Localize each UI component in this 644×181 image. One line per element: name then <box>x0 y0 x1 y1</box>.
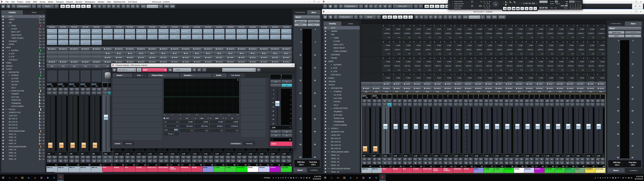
eq-value-box[interactable]: 0.0dB <box>556 76 564 80</box>
show-markers-button[interactable]: SHOW <box>569 1 574 2</box>
visibility-dot[interactable] <box>325 164 326 166</box>
eq-value-box[interactable]: 0.2 <box>403 52 412 56</box>
taskbar-icon-firefox[interactable]: ● <box>32 174 38 181</box>
channel-name-tag[interactable]: SNARE <box>113 166 124 172</box>
fader-handle[interactable] <box>536 124 540 129</box>
monitor-button[interactable]: ◀ <box>170 159 174 162</box>
led-icon[interactable] <box>455 84 456 85</box>
read-button[interactable]: R <box>545 158 550 161</box>
go-to-end-button[interactable]: ▶| <box>388 15 392 19</box>
visibility-row-rack-left[interactable]: RACK LEFT <box>324 43 360 46</box>
edit-button[interactable]: E <box>74 91 79 95</box>
led-icon[interactable] <box>105 61 106 62</box>
eq-value-box[interactable]: 0.0dB <box>596 44 605 47</box>
eq-value-box[interactable]: 0.0dB <box>525 76 534 80</box>
read-button[interactable]: R <box>69 156 74 159</box>
channel-name-tag[interactable]: 2nd VLNS <box>554 168 565 173</box>
star-icon[interactable]: * <box>418 4 423 8</box>
eq-value-box[interactable]: 0.0dB <box>566 76 575 80</box>
visibility-dot[interactable] <box>325 134 326 136</box>
led-icon[interactable] <box>284 53 286 54</box>
marker-button-12[interactable]: 12 <box>572 7 574 9</box>
listen-button[interactable]: L <box>58 91 63 95</box>
solo-button[interactable]: S <box>97 88 102 91</box>
eq-value-box[interactable]: 0.0dB <box>382 76 391 80</box>
eq-value-box[interactable]: 0.0dB <box>535 44 544 47</box>
tray-icon-10[interactable]: ⌂ <box>298 177 299 179</box>
eq-value-box[interactable]: 12000Hz <box>464 32 472 35</box>
visibility-dot[interactable] <box>2 146 4 148</box>
channel-number-cell[interactable]: ◯28 <box>494 165 504 168</box>
visibility-dot[interactable] <box>325 81 326 82</box>
tray-icon-11[interactable]: ▥ <box>300 177 302 179</box>
visibility-row-tenor-sax[interactable]: TENOR SAX <box>324 117 360 120</box>
led-icon[interactable] <box>127 57 128 58</box>
read-button[interactable]: R <box>484 158 488 161</box>
eq-value-box[interactable]: 800.0Hz <box>413 64 422 68</box>
channel-number-cell[interactable]: ◯22 <box>158 163 169 166</box>
write-button[interactable]: W <box>540 158 544 161</box>
input-routing-button[interactable]: Left - S..In <box>203 29 213 34</box>
pan-control[interactable]: C <box>433 95 442 99</box>
dialog-dropdown-button[interactable]: ▼ <box>256 68 261 72</box>
led-icon[interactable] <box>588 84 589 85</box>
led-icon[interactable] <box>150 57 151 58</box>
fader-rail[interactable] <box>393 107 399 154</box>
dialog-monitor-button[interactable]: ◄ <box>270 134 281 137</box>
channel-number-cell[interactable]: ◯◯30 <box>514 165 524 168</box>
channel-name-tag[interactable]: FLOOR <box>136 166 147 172</box>
fader-rail[interactable] <box>454 107 460 154</box>
eq-value-box[interactable]: 7.0 <box>403 36 412 39</box>
led-icon[interactable] <box>138 48 139 50</box>
output-routing-button[interactable]: RayDA.. 1 <box>47 34 57 40</box>
led-icon[interactable] <box>173 53 174 54</box>
read-button[interactable]: R <box>192 156 197 159</box>
fader-handle[interactable] <box>414 124 418 129</box>
eq-value-box[interactable]: 0.2 <box>423 68 432 72</box>
read-button[interactable]: R <box>92 156 96 159</box>
dialog-tab-inserts[interactable]: Inserts◇ <box>112 73 133 77</box>
channel-strip-organ[interactable]: CMSLE-4.00-ooRW◀● <box>524 94 534 165</box>
chain-icon[interactable]: ∞ <box>481 15 485 19</box>
eq-value-box[interactable]: 0.0dB <box>484 60 493 63</box>
solo-button[interactable]: S <box>428 99 432 102</box>
record-enable-button[interactable]: ● <box>242 159 247 162</box>
menu-window[interactable]: Window <box>96 1 106 3</box>
channel-strip-midi-14[interactable]: OffMSLEOff0RW◀● <box>69 70 80 163</box>
go-to-start-button[interactable]: |◀ <box>503 7 507 10</box>
visibility-dot[interactable] <box>325 114 326 116</box>
channel-number-cell[interactable]: ◯◯34 <box>554 165 565 168</box>
dialog-input-routing[interactable]: Left - Ster...In◄ <box>117 68 136 72</box>
visibility-dot[interactable] <box>325 91 326 92</box>
state-button-m[interactable]: M <box>92 4 97 8</box>
state-button-w[interactable]: W <box>433 15 438 19</box>
play-button[interactable]: ▶ <box>81 4 86 8</box>
channel-strip-midi-16[interactable]: OffMSLEOff0RW◀● <box>91 70 102 163</box>
eq-value-box[interactable]: 7.0 <box>515 36 524 39</box>
visibility-row-perc-04[interactable]: PERC. 04▶▶51 <box>1 142 45 145</box>
record-enable-button[interactable]: ● <box>119 159 124 162</box>
eq-value-box[interactable]: 0.0dB <box>474 60 483 63</box>
minimize-button[interactable]: – <box>309 1 310 3</box>
menu-help[interactable]: Help <box>106 1 112 3</box>
visibility-dot[interactable] <box>2 53 4 54</box>
eq-freq-value[interactable]: 100.0Hz <box>180 124 194 128</box>
visibility-dot[interactable] <box>325 54 326 56</box>
led-icon[interactable] <box>82 48 83 50</box>
eq-value-box[interactable]: 7.0 <box>525 36 534 39</box>
record-enable-button[interactable]: ● <box>152 159 158 162</box>
eq-value-box[interactable]: 0.2 <box>576 52 585 56</box>
led-icon[interactable] <box>238 61 240 62</box>
visibility-row-lead-vox[interactable]: LEAD VOX▶▶43 <box>1 114 45 117</box>
channel-name-tag[interactable]: HAT <box>402 168 412 173</box>
write-button[interactable]: W <box>286 156 291 159</box>
visibility-dot[interactable] <box>325 158 326 160</box>
write-button[interactable]: W <box>97 156 102 159</box>
stop-button[interactable]: ■ <box>76 4 81 8</box>
visibility-dot[interactable] <box>325 124 326 126</box>
monitor-button[interactable]: ◀ <box>259 159 264 162</box>
marker-button-9[interactable]: 9 <box>577 5 579 7</box>
channel-number-cell[interactable]: ◯27 <box>214 163 225 166</box>
eq-value-box[interactable]: 12000Hz <box>505 32 513 35</box>
visibility-row-strings[interactable]: ▼STRINGS <box>1 74 45 77</box>
